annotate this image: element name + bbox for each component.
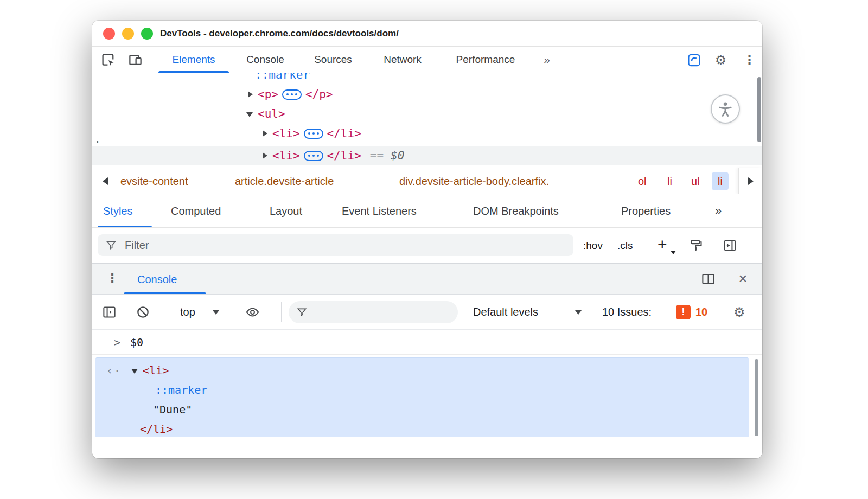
breadcrumb-item-devsite-content[interactable]: evsite-content — [120, 168, 188, 194]
drawer-tab-console[interactable]: Console — [137, 264, 177, 295]
reload-required-icon[interactable] — [687, 53, 701, 67]
tab-dom-breakpoints[interactable]: DOM Breakpoints — [473, 194, 559, 228]
breadcrumb-item-article[interactable]: article.devsite-article — [235, 168, 334, 194]
styles-pane-tabbar: Styles Computed Layout Event Listeners D… — [92, 194, 762, 228]
dom-row-li-first[interactable]: <li> </li> — [92, 126, 762, 140]
breadcrumb-item-li-selected[interactable]: li — [712, 172, 729, 190]
tab-elements-label: Elements — [172, 54, 215, 66]
expand-arrow-icon[interactable] — [263, 130, 267, 137]
expand-arrow-icon[interactable] — [248, 91, 253, 98]
zoom-window-button[interactable] — [141, 28, 153, 40]
paint-roller-icon — [689, 238, 704, 253]
elements-scrollbar[interactable] — [757, 77, 761, 142]
breadcrumb-item-article-body[interactable]: div.devsite-article-body.clearfix. — [399, 168, 549, 194]
tab-network-label: Network — [384, 54, 422, 66]
tab-layout[interactable]: Layout — [270, 194, 302, 228]
breadcrumb-scroll-right-button[interactable] — [738, 168, 762, 194]
breadcrumb-scroll-left-button[interactable] — [92, 168, 118, 194]
tab-performance[interactable]: Performance — [442, 47, 529, 73]
li-open-tag: <li> — [272, 127, 300, 140]
filter-funnel-icon — [105, 239, 117, 251]
more-tabs-chevron[interactable]: » — [537, 47, 556, 73]
dock-sidebar-button[interactable] — [723, 238, 737, 253]
cls-toggle-button[interactable]: .cls — [617, 228, 633, 263]
li-close-tag: </li> — [327, 127, 361, 140]
issues-label[interactable]: 10 Issues: — [602, 295, 652, 330]
log-levels-dropdown[interactable]: Default levels — [473, 295, 538, 330]
toolbar-divider — [162, 302, 162, 322]
dom-row-p[interactable]: <p> </p> — [92, 87, 762, 101]
tab-performance-label: Performance — [456, 54, 515, 66]
issues-warning-icon[interactable]: ! — [676, 305, 691, 319]
settings-gear-icon[interactable]: ⚙ — [713, 53, 728, 67]
console-toolbar: top Default levels 10 Issues: ! 10 — [92, 295, 762, 330]
log-levels-caret-icon — [575, 310, 582, 315]
window-titlebar: DevTools - developer.chrome.com/docs/dev… — [92, 21, 762, 47]
new-style-rule-button[interactable]: + — [658, 228, 667, 261]
console-evaluated-expression[interactable]: > $0 — [92, 330, 762, 355]
close-window-button[interactable] — [103, 28, 115, 40]
collapse-arrow-icon[interactable] — [246, 112, 253, 117]
tab-network[interactable]: Network — [370, 47, 435, 73]
style-filter-field[interactable] — [98, 234, 573, 256]
console-scrollbar[interactable] — [755, 359, 758, 436]
dom-row-li-selected[interactable]: <li> </li> == $0 — [92, 146, 762, 165]
result-line-close[interactable]: </li> — [140, 421, 173, 437]
split-panel-button[interactable] — [701, 272, 716, 286]
styles-overflow-chevron[interactable]: » — [715, 194, 720, 228]
console-settings-button[interactable]: ⚙ — [733, 305, 748, 319]
breadcrumb-item-li[interactable]: li — [667, 168, 672, 194]
tab-elements[interactable]: Elements — [156, 47, 231, 73]
inspect-element-icon[interactable] — [101, 53, 116, 67]
result-line-marker[interactable]: ::marker — [155, 382, 207, 398]
drawer-active-tab-underline — [124, 292, 206, 294]
tab-console[interactable]: Console — [233, 47, 297, 73]
dock-sidebar-icon — [723, 238, 737, 253]
breadcrumb-item-ol[interactable]: ol — [638, 168, 647, 194]
console-eval-result[interactable]: ‹· <li> ::marker "Dune" </li> — [95, 357, 749, 437]
minimize-window-button[interactable] — [122, 28, 134, 40]
drawer-menu-kebab-icon[interactable]: ⋮ — [106, 271, 118, 285]
collapsed-content-ellipsis-icon[interactable] — [282, 89, 302, 100]
p-open-tag: <p> — [258, 88, 278, 101]
tab-event-listeners[interactable]: Event Listeners — [342, 194, 417, 228]
close-drawer-button[interactable]: × — [736, 272, 750, 286]
live-expression-button[interactable] — [245, 305, 260, 319]
style-filter-input[interactable] — [125, 239, 566, 252]
more-options-kebab-icon[interactable]: ⋮ — [742, 53, 757, 67]
tab-sources[interactable]: Sources — [301, 47, 365, 73]
desktop-background: DevTools - developer.chrome.com/docs/dev… — [0, 0, 868, 499]
console-filter-field[interactable] — [289, 301, 458, 323]
collapse-arrow-icon[interactable] — [131, 369, 138, 374]
context-selector[interactable]: top — [180, 295, 195, 330]
accessibility-button[interactable] — [711, 94, 740, 124]
dom-node-marker-pseudo-clipped[interactable]: ::marker — [255, 73, 310, 81]
gear-icon: ⚙ — [733, 305, 745, 319]
dom-row-ul[interactable]: <ul> — [92, 107, 762, 121]
tab-properties[interactable]: Properties — [621, 194, 671, 228]
hov-toggle-button[interactable]: :hov — [583, 228, 603, 263]
issues-count[interactable]: 10 — [695, 295, 707, 330]
show-console-sidebar-button[interactable] — [102, 305, 117, 319]
styles-filter-bar: :hov .cls + — [92, 228, 762, 263]
tab-computed[interactable]: Computed — [171, 194, 221, 228]
filter-funnel-icon — [296, 306, 308, 318]
more-tabs-chevron-label: » — [544, 53, 549, 66]
tab-console-label: Console — [246, 54, 284, 66]
new-style-rule-caret-icon — [671, 251, 676, 254]
expand-arrow-icon[interactable] — [263, 152, 267, 159]
collapsed-content-ellipsis-icon[interactable] — [304, 129, 323, 139]
console-input-chevron: > — [114, 336, 120, 349]
toggle-device-toolbar-icon[interactable] — [128, 53, 143, 67]
result-line-text[interactable]: "Dune" — [153, 401, 192, 418]
collapsed-content-ellipsis-icon[interactable] — [304, 151, 323, 161]
tab-styles[interactable]: Styles — [103, 194, 132, 228]
paint-roller-button[interactable] — [689, 238, 704, 253]
breadcrumb-item-ul[interactable]: ul — [691, 168, 700, 194]
li-open-tag: <li> — [143, 364, 169, 377]
clear-console-button[interactable] — [136, 305, 150, 319]
console-sidebar-icon — [102, 305, 117, 319]
li-string-value: "Dune" — [153, 403, 192, 416]
console-filter-input[interactable] — [313, 306, 450, 318]
result-line-open[interactable]: ‹· <li> — [106, 362, 169, 379]
